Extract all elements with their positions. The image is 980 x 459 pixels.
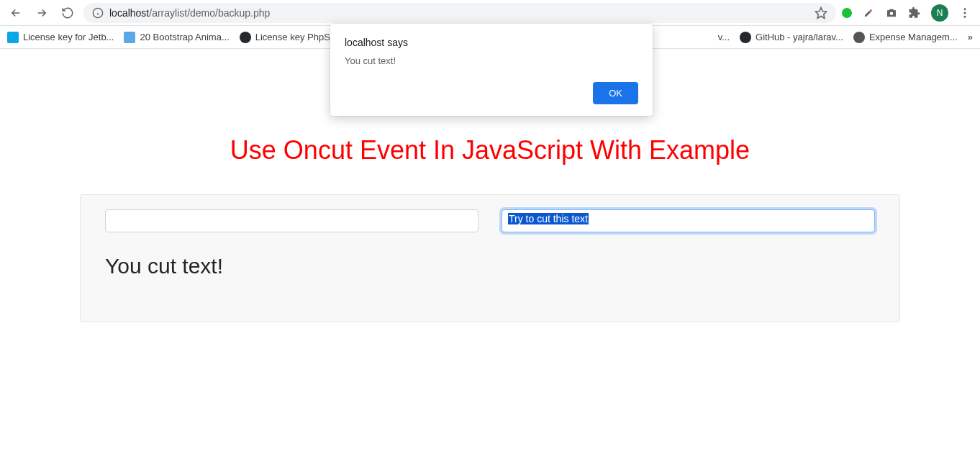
input-right[interactable]: Try to cut this text — [502, 209, 875, 232]
page-title: Use Oncut Event In JavaScript With Examp… — [0, 135, 980, 165]
bookmark-favicon — [240, 32, 251, 43]
bookmark-favicon — [853, 32, 865, 43]
forward-button[interactable] — [32, 3, 52, 23]
bookmark-item[interactable]: GitHub - yajra/larav... — [740, 32, 843, 43]
arrow-left-icon — [9, 6, 22, 19]
extension-green-icon[interactable] — [842, 8, 852, 18]
address-bar[interactable]: localhost/arraylist/demo/backup.php — [83, 3, 836, 23]
alert-dialog: localhost says You cut text! OK — [330, 24, 653, 116]
input-left[interactable] — [105, 209, 478, 232]
bookmarks-overflow-icon[interactable]: » — [968, 32, 973, 42]
bookmark-favicon — [124, 32, 135, 43]
alert-title: localhost says — [345, 37, 638, 48]
toolbar-right: N — [842, 4, 974, 22]
bookmark-favicon — [7, 32, 19, 43]
bookmark-label: 20 Bootstrap Anima... — [140, 32, 229, 42]
svg-point-7 — [964, 12, 966, 14]
back-button[interactable] — [6, 3, 26, 23]
bookmark-label: Expense Managem... — [869, 32, 958, 42]
bookmark-label: GitHub - yajra/larav... — [756, 32, 843, 42]
star-icon[interactable] — [815, 6, 827, 19]
svg-point-8 — [964, 15, 966, 17]
result-text: You cut text! — [105, 254, 875, 278]
camera-icon[interactable] — [885, 6, 898, 19]
alert-message: You cut text! — [345, 55, 638, 66]
profile-avatar[interactable]: N — [931, 4, 948, 22]
url-text: localhost/arraylist/demo/backup.php — [109, 7, 809, 19]
arrow-right-icon — [35, 6, 48, 19]
url-host: localhost — [109, 7, 149, 19]
browser-toolbar: localhost/arraylist/demo/backup.php N — [0, 0, 980, 26]
reload-icon — [61, 6, 74, 19]
eyedropper-icon[interactable] — [862, 6, 875, 19]
url-path: /arraylist/demo/backup.php — [149, 7, 270, 19]
svg-point-6 — [964, 8, 966, 10]
bookmark-item[interactable]: Expense Managem... — [853, 32, 958, 43]
reload-button[interactable] — [58, 3, 78, 23]
svg-marker-3 — [816, 7, 827, 18]
menu-icon[interactable] — [958, 6, 971, 19]
site-info-icon[interactable] — [92, 7, 104, 19]
demo-panel: Try to cut this text You cut text! — [80, 194, 900, 322]
bookmark-favicon — [740, 32, 751, 43]
alert-ok-button[interactable]: OK — [593, 82, 638, 104]
input-right-selection: Try to cut this text — [508, 213, 589, 224]
truncated-bookmark-text: v... — [718, 32, 730, 42]
bookmark-label: License key for Jetb... — [23, 32, 114, 42]
svg-point-5 — [890, 12, 894, 15]
extensions-icon[interactable] — [908, 6, 921, 19]
bookmark-item[interactable]: License key for Jetb... — [7, 32, 114, 43]
alert-actions: OK — [345, 82, 638, 104]
bookmark-item[interactable]: 20 Bootstrap Anima... — [124, 32, 229, 43]
svg-point-4 — [870, 9, 872, 12]
inputs-row: Try to cut this text — [105, 209, 875, 232]
